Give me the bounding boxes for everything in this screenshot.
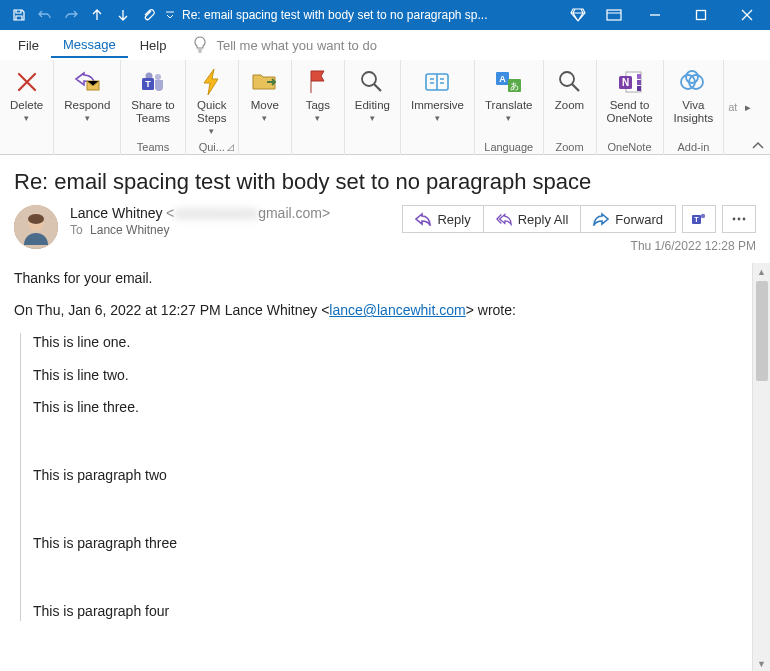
chevron-down-icon: ▾	[262, 113, 267, 123]
undo-icon[interactable]	[32, 0, 58, 30]
zoom-button[interactable]: Zoom	[548, 64, 592, 138]
to-name: Lance Whitney	[90, 223, 169, 237]
translate-button[interactable]: Aあ Translate ▾	[479, 64, 539, 138]
share-teams-button[interactable]: T Share to Teams	[125, 64, 180, 138]
move-icon	[249, 66, 281, 98]
sender-row: Lance Whitney <xxxxxxxxxxxxgmail.com> To…	[0, 205, 770, 263]
email-body: Thanks for your email. On Thu, Jan 6, 20…	[0, 263, 752, 671]
svg-point-6	[155, 74, 161, 80]
svg-rect-0	[607, 10, 621, 20]
next-item-icon[interactable]	[110, 0, 136, 30]
reply-all-button[interactable]: Reply All	[484, 206, 582, 232]
chevron-down-icon: ▾	[24, 113, 29, 123]
forward-button[interactable]: Forward	[581, 206, 675, 232]
chevron-down-icon: ▾	[209, 126, 214, 136]
group-label-teams: Teams	[121, 141, 184, 153]
tags-button[interactable]: Tags ▾	[296, 64, 340, 138]
svg-rect-21	[637, 86, 641, 91]
svg-point-16	[560, 72, 574, 86]
menu-bar: File Message Help Tell me what you want …	[0, 30, 770, 60]
svg-line-17	[572, 84, 579, 91]
email-timestamp: Thu 1/6/2022 12:28 PM	[631, 239, 756, 253]
delete-button[interactable]: Delete ▾	[4, 64, 49, 138]
chevron-down-icon: ▾	[370, 113, 375, 123]
group-label-addin: Add-in	[664, 141, 724, 153]
menu-help[interactable]: Help	[128, 34, 179, 57]
viva-button[interactable]: Viva Insights	[668, 64, 720, 138]
immersive-button[interactable]: Immersive ▾	[405, 64, 470, 138]
attach-icon[interactable]	[136, 0, 162, 30]
quote-header: On Thu, Jan 6, 2022 at 12:27 PM Lance Wh…	[14, 301, 738, 319]
email-subject: Re: email spacing test with body set to …	[14, 169, 756, 195]
collapse-ribbon-icon[interactable]	[752, 141, 764, 151]
quote-line: This is paragraph two	[33, 466, 738, 484]
quick-steps-button[interactable]: Quick Steps ▾	[190, 64, 234, 138]
redo-icon[interactable]	[58, 0, 84, 30]
svg-rect-20	[637, 80, 641, 85]
viva-icon	[677, 66, 709, 98]
chevron-down-icon: ▾	[85, 113, 90, 123]
svg-point-9	[362, 72, 376, 86]
svg-point-32	[701, 214, 705, 218]
body-text: Thanks for your email.	[14, 269, 738, 287]
respond-button[interactable]: Respond ▾	[58, 64, 116, 138]
avatar[interactable]	[14, 205, 58, 249]
quote-line: This is line one.	[33, 333, 738, 351]
svg-text:A: A	[499, 74, 506, 84]
onenote-button[interactable]: N Send to OneNote	[601, 64, 659, 138]
menu-file[interactable]: File	[6, 34, 51, 57]
chevron-down-icon: ▾	[435, 113, 440, 123]
group-label-language: Language	[475, 141, 543, 153]
prev-item-icon[interactable]	[84, 0, 110, 30]
tell-me-search[interactable]: Tell me what you want to do	[210, 38, 376, 53]
reply-icon	[415, 211, 431, 227]
diamond-icon[interactable]	[560, 0, 596, 30]
svg-point-34	[738, 218, 741, 221]
svg-point-29	[28, 214, 44, 224]
group-label-onenote: OneNote	[597, 141, 663, 153]
minimize-button[interactable]	[632, 0, 678, 30]
scrollbar[interactable]: ▲ ▼	[752, 263, 770, 671]
sender-name: Lance Whitney	[70, 205, 163, 221]
quote-line: This is paragraph three	[33, 534, 738, 552]
respond-icon	[71, 66, 103, 98]
menu-message[interactable]: Message	[51, 33, 128, 58]
scroll-down-icon[interactable]: ▼	[753, 655, 770, 671]
quoted-block: This is line one. This is line two. This…	[20, 333, 738, 620]
scroll-up-icon[interactable]: ▲	[753, 263, 770, 281]
maximize-button[interactable]	[678, 0, 724, 30]
svg-text:N: N	[621, 77, 628, 88]
sender-domain: gmail.com>	[258, 205, 330, 221]
more-actions-button[interactable]	[722, 205, 756, 233]
close-button[interactable]	[724, 0, 770, 30]
quote-line: This is line two.	[33, 366, 738, 384]
svg-point-33	[733, 218, 736, 221]
forward-icon	[593, 211, 609, 227]
editing-button[interactable]: Editing ▾	[349, 64, 396, 138]
title-bar: Re: email spacing test with body set to …	[0, 0, 770, 30]
action-bar: Reply Reply All Forward	[402, 205, 676, 233]
reply-button[interactable]: Reply	[403, 206, 483, 232]
immersive-icon	[421, 66, 453, 98]
svg-rect-19	[637, 74, 641, 79]
ribbon-mode-icon[interactable]	[596, 0, 632, 30]
scroll-thumb[interactable]	[756, 281, 768, 381]
window-title: Re: email spacing test with body set to …	[178, 8, 560, 22]
reply-all-icon	[496, 211, 512, 227]
chevron-down-icon: ▾	[506, 113, 511, 123]
qat-dropdown-icon[interactable]	[162, 0, 178, 30]
quoted-email-link[interactable]: lance@lancewhit.com	[329, 302, 465, 318]
lightbulb-icon	[190, 36, 210, 54]
quote-line: This is paragraph four	[33, 602, 738, 620]
ribbon-overflow[interactable]: at ▸	[724, 60, 770, 154]
svg-text:T: T	[145, 79, 151, 89]
chevron-down-icon: ▾	[315, 113, 320, 123]
group-label-zoom: Zoom	[544, 141, 596, 153]
dialog-launcher-icon[interactable]: ◿	[227, 142, 234, 152]
move-button[interactable]: Move ▾	[243, 64, 287, 138]
save-icon[interactable]	[6, 0, 32, 30]
to-label: To	[70, 223, 83, 237]
teams-share-button[interactable]: T	[682, 205, 716, 233]
svg-text:T: T	[694, 216, 699, 223]
teams-icon: T	[137, 66, 169, 98]
